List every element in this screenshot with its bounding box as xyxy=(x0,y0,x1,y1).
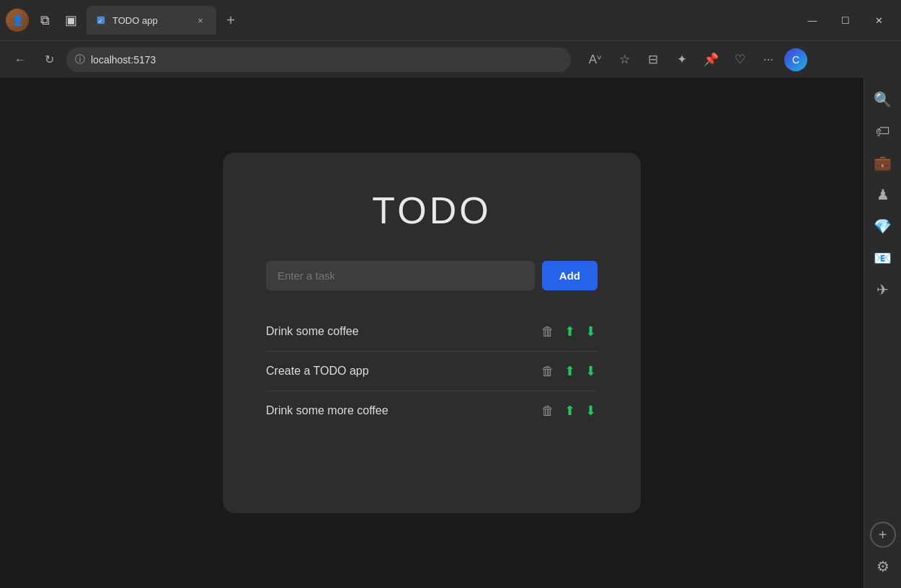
refresh-button[interactable]: ↻ xyxy=(37,48,61,71)
reader-mode-button[interactable]: Aᵛ xyxy=(582,47,608,73)
close-button[interactable]: ✕ xyxy=(862,9,895,32)
address-toolbar: Aᵛ ☆ ⊟ ✦ 📌 ♡ ··· C xyxy=(582,47,807,73)
sidebar-briefcase-icon[interactable]: 💼 xyxy=(870,150,896,176)
todo-heading: TODO xyxy=(266,189,598,232)
sidebar-search-icon[interactable]: 🔍 xyxy=(870,86,896,112)
new-tab-button[interactable]: + xyxy=(219,9,242,32)
move-up-button[interactable]: ⬆ xyxy=(563,403,577,419)
browser-layout: TODO Add Drink some coffee 🗑 ⬆ ⬇ Create … xyxy=(0,78,901,588)
sidebar-add-button[interactable]: + xyxy=(870,522,896,548)
todo-list: Drink some coffee 🗑 ⬆ ⬇ Create a TODO ap… xyxy=(266,312,598,430)
active-tab[interactable]: ✓ TODO app × xyxy=(86,6,216,35)
todo-item-actions: 🗑 ⬆ ⬇ xyxy=(540,363,598,379)
title-bar: 👤 ⧉ ▣ ✓ TODO app × + — ☐ ✕ xyxy=(0,0,901,40)
svg-text:✓: ✓ xyxy=(98,18,103,24)
split-view-button[interactable]: ⊟ xyxy=(640,47,666,73)
move-down-button[interactable]: ⬇ xyxy=(584,403,598,419)
address-input-wrap[interactable]: ⓘ localhost:5173 xyxy=(66,48,571,72)
back-button[interactable]: ← xyxy=(9,48,32,71)
tabs-area: ✓ TODO app × + xyxy=(86,0,796,40)
sidebar-toggle-icon[interactable]: ▣ xyxy=(61,10,81,30)
maximize-button[interactable]: ☐ xyxy=(829,9,862,32)
todo-item: Drink some more coffee 🗑 ⬆ ⬇ xyxy=(266,391,598,430)
minimize-button[interactable]: — xyxy=(796,9,829,32)
sidebar-send-icon[interactable]: ✈ xyxy=(870,277,896,303)
delete-button[interactable]: 🗑 xyxy=(540,403,556,419)
sidebar-chess-icon[interactable]: ♟ xyxy=(870,182,896,208)
tab-favicon: ✓ xyxy=(95,14,107,26)
sidebar-outlook-icon[interactable]: 📧 xyxy=(870,245,896,271)
todo-item-actions: 🗑 ⬆ ⬇ xyxy=(540,324,598,339)
info-icon: ⓘ xyxy=(75,53,85,66)
todo-item: Drink some coffee 🗑 ⬆ ⬇ xyxy=(266,312,598,352)
add-button[interactable]: Add xyxy=(542,261,598,290)
pin-button[interactable]: 📌 xyxy=(698,47,724,73)
right-sidebar: 🔍 🏷 💼 ♟ 💎 📧 ✈ + ⚙ xyxy=(864,78,901,588)
todo-item-actions: 🗑 ⬆ ⬇ xyxy=(540,403,598,419)
move-down-button[interactable]: ⬇ xyxy=(584,363,598,379)
window-controls: — ☐ ✕ xyxy=(796,9,895,32)
task-input[interactable] xyxy=(266,261,535,290)
title-bar-left: 👤 ⧉ ▣ xyxy=(6,9,81,32)
move-up-button[interactable]: ⬆ xyxy=(563,363,577,379)
favorites-button[interactable]: ☆ xyxy=(611,47,637,73)
copilot-button[interactable]: C xyxy=(784,48,807,71)
todo-input-row: Add xyxy=(266,261,598,290)
more-button[interactable]: ··· xyxy=(755,47,781,73)
todo-item-text: Drink some coffee xyxy=(266,325,531,338)
main-content: TODO Add Drink some coffee 🗑 ⬆ ⬇ Create … xyxy=(0,78,864,588)
todo-card: TODO Add Drink some coffee 🗑 ⬆ ⬇ Create … xyxy=(223,153,641,513)
sidebar-tag-icon[interactable]: 🏷 xyxy=(870,118,896,144)
sidebar-gem-icon[interactable]: 💎 xyxy=(870,213,896,239)
url-display: localhost:5173 xyxy=(91,54,156,66)
collections-button[interactable]: ✦ xyxy=(669,47,695,73)
collections-icon[interactable]: ⧉ xyxy=(35,10,55,30)
heart-button[interactable]: ♡ xyxy=(727,47,753,73)
avatar[interactable]: 👤 xyxy=(6,9,29,32)
delete-button[interactable]: 🗑 xyxy=(540,324,556,339)
move-down-button[interactable]: ⬇ xyxy=(584,324,598,339)
todo-item: Create a TODO app 🗑 ⬆ ⬇ xyxy=(266,352,598,391)
sidebar-settings-icon[interactable]: ⚙ xyxy=(870,553,896,579)
tab-title: TODO app xyxy=(112,15,158,26)
tab-close-button[interactable]: × xyxy=(193,13,208,27)
todo-item-text: Drink some more coffee xyxy=(266,404,531,417)
address-bar: ← ↻ ⓘ localhost:5173 Aᵛ ☆ ⊟ ✦ 📌 ♡ ··· C xyxy=(0,40,901,78)
delete-button[interactable]: 🗑 xyxy=(540,363,556,379)
move-up-button[interactable]: ⬆ xyxy=(563,324,577,339)
todo-item-text: Create a TODO app xyxy=(266,365,531,378)
